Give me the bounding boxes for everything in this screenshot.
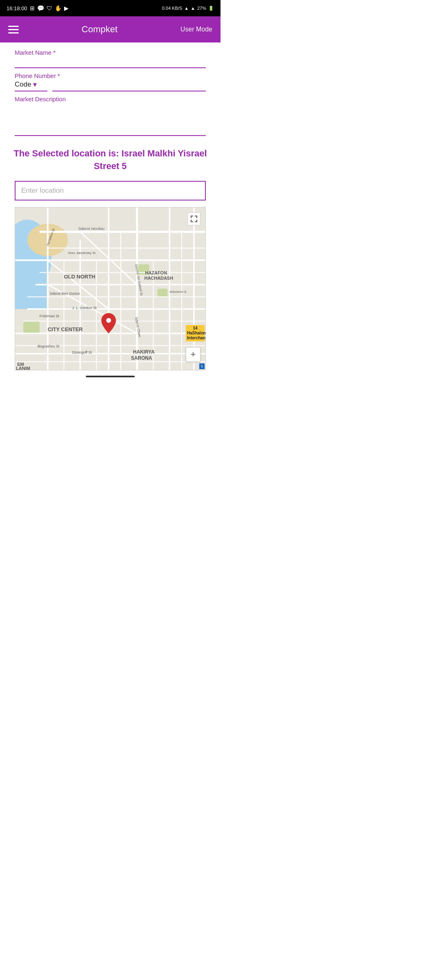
svg-text:CITY CENTER: CITY CENTER: [48, 326, 83, 332]
hashalom-interchange-badge: 14 HaShalom Interchange: [186, 325, 205, 341]
signal-icon: ▲: [191, 6, 195, 11]
menu-button[interactable]: [8, 26, 19, 33]
status-indicators: 0.04 KB/S ▲ ▲ 27% 🔋: [162, 6, 214, 11]
code-label: Code: [15, 80, 31, 89]
svg-text:Zeev Jabotinsky St: Zeev Jabotinsky St: [68, 251, 96, 255]
market-description-label: Market Description: [15, 96, 206, 102]
zoom-in-button[interactable]: +: [186, 347, 200, 362]
svg-rect-55: [191, 216, 192, 218]
svg-text:HAZAFON: HAZAFON: [145, 270, 167, 275]
svg-text:Bograshov St: Bograshov St: [38, 344, 60, 348]
battery-level: 27%: [197, 6, 206, 11]
svg-rect-3: [23, 321, 40, 333]
map-blue-label: 5: [199, 363, 205, 369]
svg-text:Sderot Nordau: Sderot Nordau: [78, 226, 105, 230]
phone-row: Code ▾: [15, 80, 206, 91]
market-description-field: Market Description: [15, 96, 206, 138]
battery-icon: 🔋: [208, 6, 214, 11]
svg-rect-5: [157, 289, 167, 297]
location-input[interactable]: [15, 181, 206, 200]
phone-number-field: Phone Number * Code ▾: [15, 72, 206, 91]
market-name-input[interactable]: [15, 57, 206, 68]
svg-text:SARONA: SARONA: [131, 355, 152, 361]
selected-location-text: The Selected location is: Israel Malkhi …: [10, 147, 211, 173]
market-description-input[interactable]: [15, 103, 206, 136]
youtube-icon: ▶: [64, 5, 69, 11]
grid-icon: ⊞: [30, 5, 35, 11]
network-speed: 0.04 KB/S: [162, 6, 183, 11]
whatsapp-icon: 💬: [37, 5, 44, 11]
svg-text:Frishman St: Frishman St: [40, 314, 60, 318]
home-bar: [86, 376, 135, 377]
map-svg: Sderot Nordau HaYarkon St Zeev Jabotinsk…: [15, 207, 205, 370]
map-container: Sderot Nordau HaYarkon St Zeev Jabotinsk…: [15, 207, 206, 370]
map-expand-button[interactable]: [187, 212, 200, 225]
svg-rect-57: [196, 216, 197, 218]
chevron-down-icon: ▾: [33, 80, 37, 89]
app-title: Compket: [82, 24, 118, 35]
hand-icon: ✋: [55, 5, 62, 11]
time-display: 16:18:00: [7, 5, 27, 11]
form-area: Market Name * Phone Number * Code ▾ Mark…: [0, 42, 220, 138]
location-input-wrapper: [15, 181, 206, 200]
svg-point-53: [106, 318, 111, 323]
svg-rect-61: [196, 220, 197, 222]
user-mode-button[interactable]: User Mode: [180, 26, 212, 33]
wifi-icon: ▲: [184, 6, 189, 11]
svg-text:LANIM: LANIM: [16, 366, 30, 370]
market-name-field: Market Name *: [15, 49, 206, 68]
home-indicator: [0, 370, 220, 383]
status-time: 16:18:00 ⊞ 💬 🛡 ✋ ▶: [7, 5, 69, 11]
expand-icon: [190, 215, 198, 223]
svg-text:Arlozorov S: Arlozorov S: [169, 290, 186, 294]
status-bar: 16:18:00 ⊞ 💬 🛡 ✋ ▶ 0.04 KB/S ▲ ▲ 27% 🔋: [0, 0, 220, 16]
app-header: Compket User Mode: [0, 16, 220, 42]
phone-input[interactable]: [52, 80, 206, 91]
shield-icon: 🛡: [47, 5, 52, 11]
svg-text:HACHADASH: HACHADASH: [145, 276, 174, 281]
code-dropdown[interactable]: Code ▾: [15, 80, 47, 91]
svg-text:Sderot Ben Gurion: Sderot Ben Gurion: [50, 292, 80, 296]
phone-number-label: Phone Number *: [15, 72, 206, 79]
svg-text:Dizengoff St: Dizengoff St: [72, 350, 92, 354]
market-name-label: Market Name *: [15, 49, 206, 56]
svg-text:OLD NORTH: OLD NORTH: [64, 274, 96, 280]
svg-text:HAKIRYA: HAKIRYA: [133, 349, 155, 355]
svg-rect-59: [191, 220, 192, 222]
svg-text:J. L. Gordon St: J. L. Gordon St: [72, 305, 97, 310]
